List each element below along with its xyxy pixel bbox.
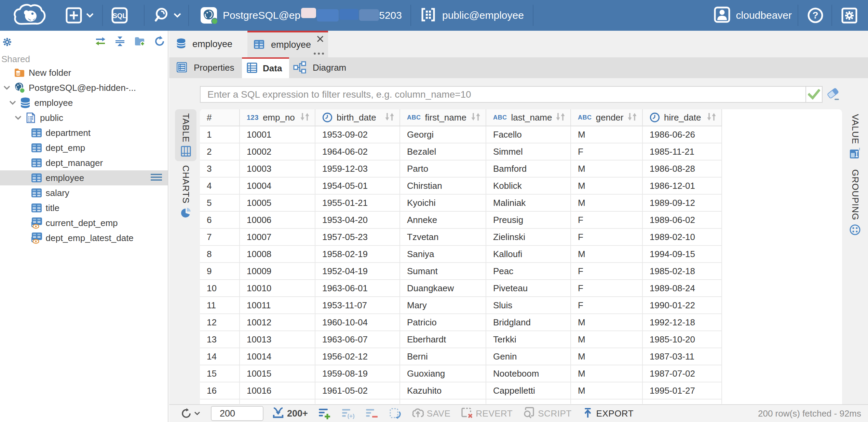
cell-first_name[interactable]: Patricio	[400, 314, 486, 331]
cell-gender[interactable]: M	[571, 160, 643, 178]
cell-last_name[interactable]: Genin	[486, 348, 571, 365]
cell-last_name[interactable]: Sluis	[486, 297, 571, 314]
cell-hire_date[interactable]: 1994-09-15	[643, 246, 722, 263]
connection-selector[interactable]: PostgreSQL@ep 5203	[201, 7, 402, 24]
cell-emp_no[interactable]: 10001	[240, 126, 315, 143]
cell-emp_no[interactable]: 10003	[240, 160, 315, 178]
cell-first_name[interactable]: Berni	[400, 348, 486, 365]
cell-last_name[interactable]: Preusig	[486, 212, 571, 229]
cell-gender[interactable]: M	[571, 382, 643, 399]
cell-emp_no[interactable]: 10016	[240, 382, 315, 399]
tree-item-postgresql-ep-hidden-[interactable]: PostgreSQL@ep-hidden-...	[0, 80, 168, 95]
cell-hire_date[interactable]: 1989-09-12	[643, 195, 722, 212]
cell-first_name[interactable]: Mary	[400, 297, 486, 314]
cell-birth_date[interactable]: 1961-05-02	[315, 382, 400, 399]
cell-first_name[interactable]: Duangkaew	[400, 280, 486, 297]
cell-index[interactable]: 3	[200, 160, 240, 178]
tab-properties[interactable]: Properties	[169, 57, 242, 78]
cell-last_name[interactable]: Piveteau	[486, 280, 571, 297]
tab-employee-database[interactable]: employee	[169, 31, 247, 57]
cell-last_name[interactable]: Kalloufi	[486, 246, 571, 263]
add-row-button[interactable]	[318, 407, 331, 420]
cell-index[interactable]: 7	[200, 229, 240, 246]
cell-first_name[interactable]: Anneke	[400, 212, 486, 229]
clear-filter-eraser-icon[interactable]	[826, 88, 840, 101]
script-button[interactable]: SCRIPT	[523, 407, 571, 420]
cell-emp_no[interactable]: 10005	[240, 195, 315, 212]
cell-first_name[interactable]: Bezalel	[400, 143, 486, 160]
cell-birth_date[interactable]: 1952-04-19	[315, 263, 400, 280]
cell-index[interactable]: 9	[200, 263, 240, 280]
tree-item-salary[interactable]: salary	[0, 185, 168, 200]
revert-button[interactable]: REVERT	[461, 407, 513, 420]
tree-item-dept-manager[interactable]: dept_manager	[0, 155, 168, 170]
column-header-birth_date[interactable]: birth_date	[315, 109, 400, 126]
column-header-index[interactable]: #	[200, 109, 240, 126]
column-header-hire_date[interactable]: hire_date	[643, 109, 722, 126]
cell-last_name[interactable]: Cappelletti	[486, 382, 571, 399]
cell-index[interactable]: 10	[200, 280, 240, 297]
cell-hire_date[interactable]: 1986-06-26	[643, 126, 722, 143]
cell-index[interactable]: 15	[200, 365, 240, 382]
cell-last_name[interactable]: Maliniak	[486, 195, 571, 212]
tree-item-employee[interactable]: employee	[0, 95, 168, 110]
cell-hire_date[interactable]: 1989-08-24	[643, 280, 722, 297]
presentation-charts-toggle[interactable]: CHARTS	[175, 165, 196, 220]
cell-index[interactable]: 8	[200, 246, 240, 263]
grid-row-9[interactable]: 9100091952-04-19SumantPeacF1985-02-18	[200, 263, 842, 280]
presentation-table-toggle[interactable]: TABLE	[175, 109, 196, 161]
cell-first_name[interactable]: Saniya	[400, 246, 486, 263]
cell-gender[interactable]: F	[571, 143, 643, 160]
cell-index[interactable]: 12	[200, 314, 240, 331]
grid-row-1[interactable]: 1100011953-09-02GeorgiFacelloM1986-06-26	[200, 126, 842, 143]
cell-emp_no[interactable]: 10013	[240, 331, 315, 348]
tree-item-dept-emp-latest-date[interactable]: dept_emp_latest_date	[0, 230, 168, 245]
cell-index[interactable]: 14	[200, 348, 240, 365]
refresh-results-button[interactable]	[180, 408, 200, 419]
new-connection-button[interactable]	[66, 7, 82, 24]
cell-last_name[interactable]: Koblick	[486, 178, 571, 195]
chevron-down-icon[interactable]	[9, 99, 17, 107]
sql-editor-button[interactable]: SQL	[111, 7, 128, 24]
cell-index[interactable]: 16	[200, 382, 240, 399]
cell-birth_date[interactable]: 1954-05-01	[315, 178, 400, 195]
grid-row-14[interactable]: 14100141956-02-12BerniGeninM1987-03-11	[200, 348, 842, 365]
sql-filter-input[interactable]	[200, 86, 805, 103]
cell-gender[interactable]: F	[571, 263, 643, 280]
cell-birth_date[interactable]: 1953-04-20	[315, 212, 400, 229]
column-header-gender[interactable]: ABCgender	[571, 109, 643, 126]
cell-last_name[interactable]: Bridgland	[486, 314, 571, 331]
cell-first_name[interactable]: Guoxiang	[400, 365, 486, 382]
cell-index[interactable]: 6	[200, 212, 240, 229]
cell-last_name[interactable]: Bamford	[486, 160, 571, 178]
chevron-down-icon[interactable]	[3, 84, 11, 92]
cell-birth_date[interactable]: 1963-06-01	[315, 280, 400, 297]
cell-first_name[interactable]: Parto	[400, 160, 486, 178]
cell-hire_date[interactable]: 1987-07-02	[643, 365, 722, 382]
search-button[interactable]	[154, 7, 171, 24]
sort-icon[interactable]	[384, 112, 395, 123]
sort-icon[interactable]	[626, 112, 638, 123]
user-menu[interactable]: cloudbeaver	[714, 6, 792, 24]
cell-hire_date[interactable]: 1989-02-10	[643, 229, 722, 246]
cell-last_name[interactable]: Nooteboom	[486, 365, 571, 382]
cell-gender[interactable]: F	[571, 229, 643, 246]
cell-last_name[interactable]: Simmel	[486, 143, 571, 160]
cell-birth_date[interactable]: 1964-06-02	[315, 143, 400, 160]
cell-last_name[interactable]: Peac	[486, 263, 571, 280]
cell-birth_date[interactable]: 1953-09-02	[315, 126, 400, 143]
grid-row-13[interactable]: 13100131963-06-07EberhardtTerkkiM1985-10…	[200, 331, 842, 348]
cell-birth_date[interactable]: 1958-02-19	[315, 246, 400, 263]
drag-handle-icon[interactable]	[151, 173, 162, 182]
grid-row-10[interactable]: 10100101963-06-01DuangkaewPiveteauF1989-…	[200, 280, 842, 297]
grid-row-3[interactable]: 3100031959-12-03PartoBamfordM1986-08-28	[200, 160, 842, 178]
cell-emp_no[interactable]: 10014	[240, 348, 315, 365]
cell-birth_date[interactable]: 1959-12-03	[315, 160, 400, 178]
cell-index[interactable]: 1	[200, 126, 240, 143]
grid-row-11[interactable]: 11100111953-11-07MarySluisF1990-01-22	[200, 297, 842, 314]
cell-emp_no[interactable]: 10002	[240, 143, 315, 160]
cell-hire_date[interactable]: 1986-08-28	[643, 160, 722, 178]
cell-gender[interactable]: M	[571, 195, 643, 212]
edit-mode-button[interactable]	[389, 407, 402, 420]
column-header-emp_no[interactable]: 123emp_no	[240, 109, 315, 126]
